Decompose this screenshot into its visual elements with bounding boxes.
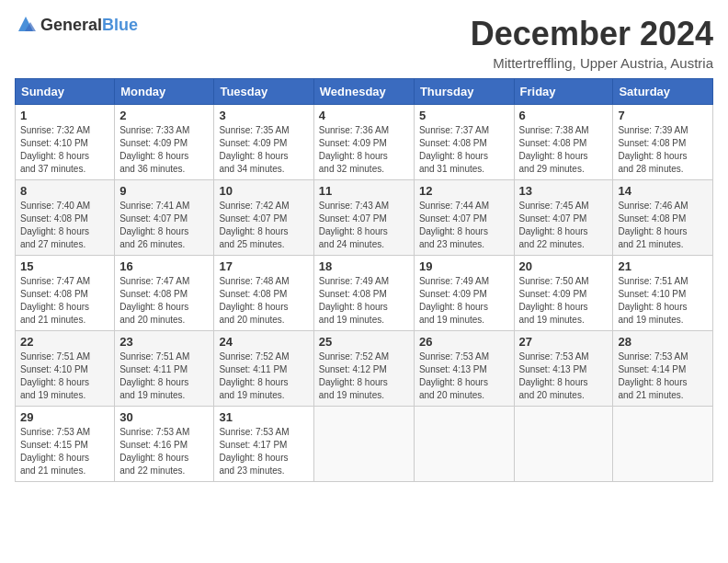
weekday-header-row: SundayMondayTuesdayWednesdayThursdayFrid… (16, 79, 713, 105)
weekday-header-thursday: Thursday (414, 79, 514, 105)
day-number: 1 (20, 109, 109, 122)
day-number: 25 (319, 335, 409, 349)
calendar-cell: 6Sunrise: 7:38 AM Sunset: 4:08 PM Daylig… (514, 105, 613, 180)
day-info: Sunrise: 7:48 AM Sunset: 4:08 PM Dayligh… (219, 275, 308, 327)
day-info: Sunrise: 7:45 AM Sunset: 4:07 PM Dayligh… (519, 200, 609, 251)
calendar-cell: 18Sunrise: 7:49 AM Sunset: 4:08 PM Dayli… (313, 256, 414, 331)
day-number: 11 (319, 184, 409, 198)
day-info: Sunrise: 7:53 AM Sunset: 4:14 PM Dayligh… (618, 350, 708, 402)
day-number: 14 (618, 184, 708, 198)
calendar-cell: 10Sunrise: 7:42 AM Sunset: 4:07 PM Dayli… (214, 180, 313, 256)
calendar-cell: 16Sunrise: 7:47 AM Sunset: 4:08 PM Dayli… (115, 256, 214, 331)
calendar-cell: 29Sunrise: 7:53 AM Sunset: 4:15 PM Dayli… (16, 407, 115, 482)
calendar-cell (414, 407, 514, 482)
day-info: Sunrise: 7:43 AM Sunset: 4:07 PM Dayligh… (319, 200, 409, 251)
day-info: Sunrise: 7:52 AM Sunset: 4:12 PM Dayligh… (319, 350, 409, 402)
day-info: Sunrise: 7:41 AM Sunset: 4:07 PM Dayligh… (119, 200, 209, 251)
day-info: Sunrise: 7:53 AM Sunset: 4:17 PM Dayligh… (219, 426, 308, 477)
day-number: 6 (519, 109, 609, 122)
calendar-cell (613, 407, 713, 482)
day-number: 13 (519, 184, 609, 198)
calendar-cell: 28Sunrise: 7:53 AM Sunset: 4:14 PM Dayli… (613, 331, 713, 407)
day-info: Sunrise: 7:47 AM Sunset: 4:08 PM Dayligh… (119, 275, 209, 327)
day-info: Sunrise: 7:37 AM Sunset: 4:08 PM Dayligh… (419, 124, 509, 176)
weekday-header-wednesday: Wednesday (313, 79, 414, 105)
day-number: 26 (419, 335, 509, 349)
calendar-cell: 11Sunrise: 7:43 AM Sunset: 4:07 PM Dayli… (313, 180, 414, 256)
location-subtitle: Mittertreffling, Upper Austria, Austria (471, 55, 713, 71)
logo-text-blue: Blue (102, 16, 138, 34)
day-info: Sunrise: 7:44 AM Sunset: 4:07 PM Dayligh… (419, 200, 509, 251)
calendar-cell: 8Sunrise: 7:40 AM Sunset: 4:08 PM Daylig… (16, 180, 115, 256)
day-info: Sunrise: 7:46 AM Sunset: 4:08 PM Dayligh… (618, 200, 708, 251)
calendar-cell: 27Sunrise: 7:53 AM Sunset: 4:13 PM Dayli… (514, 331, 613, 407)
day-info: Sunrise: 7:40 AM Sunset: 4:08 PM Dayligh… (20, 200, 109, 251)
weekday-header-saturday: Saturday (613, 79, 713, 105)
day-info: Sunrise: 7:38 AM Sunset: 4:08 PM Dayligh… (519, 124, 609, 176)
calendar-cell: 7Sunrise: 7:39 AM Sunset: 4:08 PM Daylig… (613, 105, 713, 180)
calendar-cell: 31Sunrise: 7:53 AM Sunset: 4:17 PM Dayli… (214, 407, 313, 482)
day-number: 30 (119, 410, 209, 424)
logo-icon (15, 15, 37, 37)
week-row-2: 8Sunrise: 7:40 AM Sunset: 4:08 PM Daylig… (16, 180, 713, 256)
day-info: Sunrise: 7:51 AM Sunset: 4:11 PM Dayligh… (119, 350, 209, 402)
day-info: Sunrise: 7:39 AM Sunset: 4:08 PM Dayligh… (618, 124, 708, 176)
day-info: Sunrise: 7:50 AM Sunset: 4:09 PM Dayligh… (519, 275, 609, 327)
day-info: Sunrise: 7:53 AM Sunset: 4:15 PM Dayligh… (20, 426, 109, 477)
logo: GeneralBlue (15, 15, 138, 37)
calendar-cell: 23Sunrise: 7:51 AM Sunset: 4:11 PM Dayli… (115, 331, 214, 407)
day-number: 4 (319, 109, 409, 122)
day-info: Sunrise: 7:33 AM Sunset: 4:09 PM Dayligh… (119, 124, 209, 176)
calendar-cell: 26Sunrise: 7:53 AM Sunset: 4:13 PM Dayli… (414, 331, 514, 407)
calendar-table: SundayMondayTuesdayWednesdayThursdayFrid… (15, 78, 713, 482)
day-info: Sunrise: 7:47 AM Sunset: 4:08 PM Dayligh… (20, 275, 109, 327)
weekday-header-tuesday: Tuesday (214, 79, 313, 105)
day-number: 24 (219, 335, 308, 349)
day-number: 17 (219, 259, 308, 273)
calendar-cell: 2Sunrise: 7:33 AM Sunset: 4:09 PM Daylig… (115, 105, 214, 180)
day-info: Sunrise: 7:53 AM Sunset: 4:16 PM Dayligh… (119, 426, 209, 477)
weekday-header-monday: Monday (115, 79, 214, 105)
day-info: Sunrise: 7:32 AM Sunset: 4:10 PM Dayligh… (20, 124, 109, 176)
calendar-cell: 4Sunrise: 7:36 AM Sunset: 4:09 PM Daylig… (313, 105, 414, 180)
day-number: 22 (20, 335, 109, 349)
calendar-cell: 19Sunrise: 7:49 AM Sunset: 4:09 PM Dayli… (414, 256, 514, 331)
calendar-cell: 9Sunrise: 7:41 AM Sunset: 4:07 PM Daylig… (115, 180, 214, 256)
month-title: December 2024 (471, 15, 713, 53)
day-info: Sunrise: 7:52 AM Sunset: 4:11 PM Dayligh… (219, 350, 308, 402)
day-info: Sunrise: 7:53 AM Sunset: 4:13 PM Dayligh… (419, 350, 509, 402)
page-header: GeneralBlue December 2024 Mittertrefflin… (15, 15, 713, 71)
day-number: 7 (618, 109, 708, 122)
week-row-1: 1Sunrise: 7:32 AM Sunset: 4:10 PM Daylig… (16, 105, 713, 180)
week-row-3: 15Sunrise: 7:47 AM Sunset: 4:08 PM Dayli… (16, 256, 713, 331)
day-info: Sunrise: 7:49 AM Sunset: 4:09 PM Dayligh… (419, 275, 509, 327)
calendar-cell: 24Sunrise: 7:52 AM Sunset: 4:11 PM Dayli… (214, 331, 313, 407)
day-number: 18 (319, 259, 409, 273)
day-number: 20 (519, 259, 609, 273)
day-number: 10 (219, 184, 308, 198)
day-info: Sunrise: 7:49 AM Sunset: 4:08 PM Dayligh… (319, 275, 409, 327)
day-number: 12 (419, 184, 509, 198)
calendar-cell: 22Sunrise: 7:51 AM Sunset: 4:10 PM Dayli… (16, 331, 115, 407)
calendar-cell: 21Sunrise: 7:51 AM Sunset: 4:10 PM Dayli… (613, 256, 713, 331)
week-row-4: 22Sunrise: 7:51 AM Sunset: 4:10 PM Dayli… (16, 331, 713, 407)
calendar-cell: 12Sunrise: 7:44 AM Sunset: 4:07 PM Dayli… (414, 180, 514, 256)
calendar-cell: 13Sunrise: 7:45 AM Sunset: 4:07 PM Dayli… (514, 180, 613, 256)
day-number: 3 (219, 109, 308, 122)
calendar-cell (514, 407, 613, 482)
day-info: Sunrise: 7:42 AM Sunset: 4:07 PM Dayligh… (219, 200, 308, 251)
day-number: 16 (119, 259, 209, 273)
calendar-cell: 17Sunrise: 7:48 AM Sunset: 4:08 PM Dayli… (214, 256, 313, 331)
calendar-cell: 5Sunrise: 7:37 AM Sunset: 4:08 PM Daylig… (414, 105, 514, 180)
calendar-cell: 15Sunrise: 7:47 AM Sunset: 4:08 PM Dayli… (16, 256, 115, 331)
day-info: Sunrise: 7:51 AM Sunset: 4:10 PM Dayligh… (20, 350, 109, 402)
weekday-header-friday: Friday (514, 79, 613, 105)
day-number: 9 (119, 184, 209, 198)
day-info: Sunrise: 7:35 AM Sunset: 4:09 PM Dayligh… (219, 124, 308, 176)
day-info: Sunrise: 7:53 AM Sunset: 4:13 PM Dayligh… (519, 350, 609, 402)
calendar-cell: 30Sunrise: 7:53 AM Sunset: 4:16 PM Dayli… (115, 407, 214, 482)
day-number: 31 (219, 410, 308, 424)
title-area: December 2024 Mittertreffling, Upper Aus… (471, 15, 713, 71)
day-info: Sunrise: 7:36 AM Sunset: 4:09 PM Dayligh… (319, 124, 409, 176)
day-number: 29 (20, 410, 109, 424)
